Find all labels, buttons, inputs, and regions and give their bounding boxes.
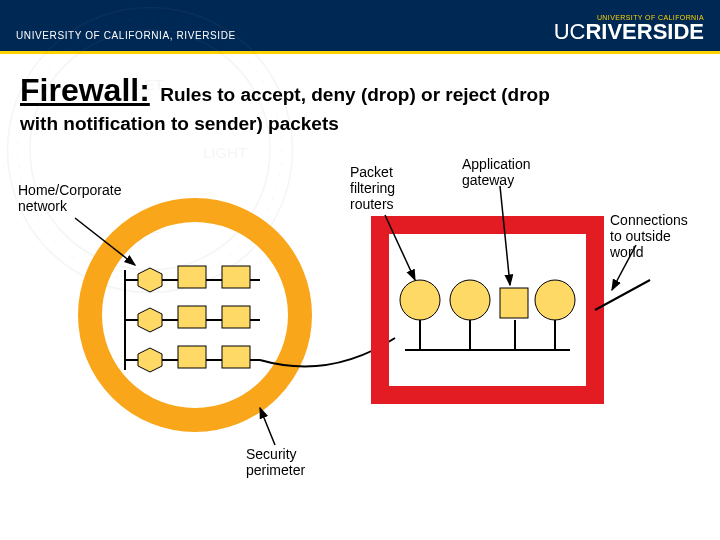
svg-line-32: [500, 186, 510, 285]
svg-point-25: [400, 280, 440, 320]
svg-point-27: [535, 280, 575, 320]
svg-rect-18: [222, 346, 250, 368]
svg-line-34: [260, 408, 275, 445]
svg-text:LET: LET: [136, 76, 164, 93]
firewall-diagram: Home/Corporate network Packet filtering …: [0, 170, 720, 540]
svg-marker-8: [138, 268, 162, 292]
svg-rect-28: [500, 288, 528, 318]
label-connections: Connections to outside world: [610, 212, 688, 260]
label-security-perimeter: Security perimeter: [246, 446, 305, 478]
label-app-gateway: Application gateway: [462, 156, 531, 188]
firewall-box: [380, 225, 595, 395]
header-logo-main: UCRIVERSIDE: [554, 19, 704, 45]
svg-rect-14: [222, 306, 250, 328]
svg-rect-9: [178, 266, 206, 288]
svg-marker-12: [138, 308, 162, 332]
svg-rect-17: [178, 346, 206, 368]
header-logo: UNIVERSITY OF CALIFORNIA UCRIVERSIDE: [554, 14, 704, 47]
svg-rect-10: [222, 266, 250, 288]
svg-text:LIGHT: LIGHT: [203, 144, 247, 161]
svg-marker-16: [138, 348, 162, 372]
home-network-group: [125, 266, 260, 372]
label-home-network: Home/Corporate network: [18, 182, 122, 214]
svg-rect-13: [178, 306, 206, 328]
label-packet-filtering: Packet filtering routers: [350, 164, 395, 212]
svg-point-26: [450, 280, 490, 320]
